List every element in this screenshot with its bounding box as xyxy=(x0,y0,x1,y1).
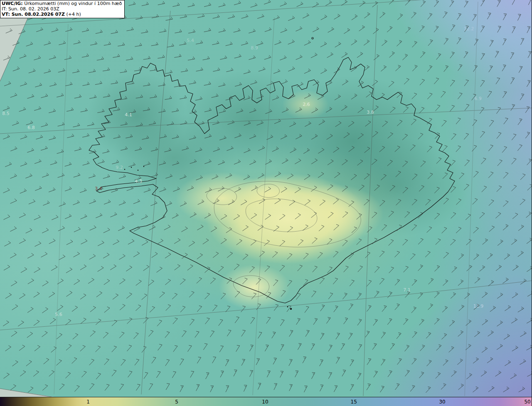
island-vestmannaeyjar xyxy=(287,306,288,308)
map-value-label: 5.4 xyxy=(187,38,194,43)
precip-contour xyxy=(257,184,279,197)
precip-contour xyxy=(233,276,269,297)
latitude-line xyxy=(0,281,532,330)
island-breidafjordur xyxy=(124,169,125,170)
map-value-label: 9.2 xyxy=(116,165,123,170)
map-title: Úrkomumætti (mm) og vindur í 100m hæð xyxy=(23,1,122,6)
map-value-label: 7.1 xyxy=(403,287,411,293)
colorbar-tick-label: 50 xyxy=(524,397,530,406)
coastline-path xyxy=(89,57,455,303)
colorbar-tick-label: 15 xyxy=(351,397,357,406)
valid-time: VT: Sun. 08.02.2026 07Z xyxy=(2,12,65,17)
map-value-label: 3.8 xyxy=(367,110,374,115)
colorbar-tick-label: 1 xyxy=(86,397,90,406)
island-breidafjordur xyxy=(143,166,144,167)
map-value-label: 8.9 xyxy=(251,45,258,51)
map-value-label: 6.8 xyxy=(27,125,35,130)
island-vestmannaeyjar xyxy=(290,308,292,310)
island-breidafjordur xyxy=(138,170,138,171)
longitude-line xyxy=(54,24,68,394)
precip-contours xyxy=(207,181,361,297)
colorbar-tick-label: 5 xyxy=(175,397,178,406)
island-grimsey xyxy=(312,37,313,39)
iceland-coastline xyxy=(89,37,455,310)
init-time: IT: Sun. 08. 02. 2026 03Z xyxy=(2,6,122,12)
wind-barbs-layer xyxy=(3,0,532,393)
island-breidafjordur xyxy=(131,167,132,168)
precip-contour xyxy=(214,181,361,247)
title-line-valid: VT: Sun. 08.02.2026 07Z (+4 h) xyxy=(2,12,122,17)
precip-contour xyxy=(207,188,236,205)
precipitation-colorbar: 1510153050 xyxy=(0,397,532,406)
weather-map-screen: 8.56.84.15.48.912.22.63.86.99.24.33.45.6… xyxy=(0,0,532,406)
value-labels-layer: 8.56.84.15.48.912.22.63.86.99.24.33.45.6… xyxy=(2,26,483,317)
colorbar-tick-label: 30 xyxy=(439,397,445,406)
valid-offset: (+4 h) xyxy=(65,12,81,17)
map-value-label: 4.3 xyxy=(135,179,142,184)
wind-barb-field xyxy=(3,0,532,393)
map-domain-boundary xyxy=(0,0,54,397)
map-value-label: 2.6 xyxy=(303,102,310,107)
title-line-product: UWC/IG: Úrkomumætti (mm) og vindur í 100… xyxy=(2,1,122,6)
map-value-label: 5.6 xyxy=(55,312,62,317)
model-id: UWC/IG: xyxy=(2,1,23,6)
map-canvas: 8.56.84.15.48.912.22.63.86.99.24.33.45.6… xyxy=(0,0,532,397)
title-box: UWC/IG: Úrkomumætti (mm) og vindur í 100… xyxy=(0,0,125,18)
map-value-label: 6.9 xyxy=(474,96,482,101)
longitude-line xyxy=(253,17,274,395)
domain-edge xyxy=(0,389,54,397)
map-value-label: 8.5 xyxy=(2,111,10,116)
colorbar-tick-label: 10 xyxy=(262,397,268,406)
graticule-grid xyxy=(0,0,532,396)
latitude-line xyxy=(0,108,532,134)
